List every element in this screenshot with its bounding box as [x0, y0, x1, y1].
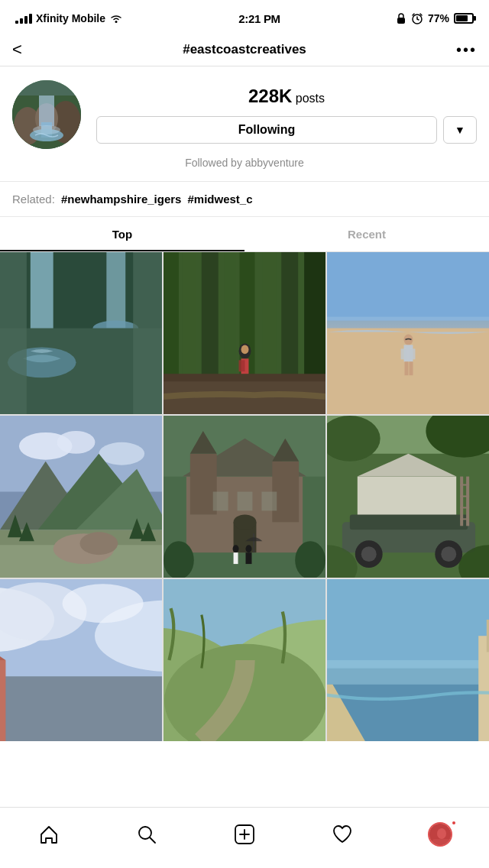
status-right: 77%: [396, 12, 474, 24]
more-button[interactable]: •••: [446, 41, 477, 59]
lock-icon: [396, 12, 406, 24]
heart-icon: [331, 823, 354, 846]
svg-rect-129: [432, 839, 451, 847]
svg-rect-8: [39, 96, 54, 126]
svg-point-39: [404, 334, 413, 345]
nav-heart[interactable]: [319, 815, 365, 853]
svg-point-74: [164, 541, 194, 578]
nav-profile[interactable]: [417, 815, 463, 853]
profile-nav-svg: [429, 824, 452, 847]
svg-rect-1: [397, 18, 405, 24]
search-nav-icon: [135, 823, 158, 846]
svg-rect-95: [460, 484, 469, 486]
photo-cell-5[interactable]: [164, 416, 325, 578]
photo-cell-1[interactable]: [0, 252, 162, 414]
photo-cell-7[interactable]: [0, 579, 162, 741]
main-content: 228K posts Following ▼ Followed by abbyv…: [0, 66, 489, 802]
photo-5-svg: [164, 416, 325, 578]
related-row: Related: #newhampshire_igers #midwest_c: [12, 193, 477, 206]
nav-home[interactable]: [26, 815, 72, 853]
svg-rect-41: [401, 348, 406, 359]
svg-rect-106: [0, 660, 5, 741]
svg-rect-20: [133, 252, 162, 414]
photo-grid: [0, 252, 489, 741]
tab-top[interactable]: Top: [0, 217, 244, 251]
bottom-nav: [0, 807, 489, 868]
svg-point-35: [241, 345, 249, 354]
profile-section: 228K posts Following ▼ Followed by abbyv…: [0, 66, 489, 181]
page-title: #eastcoastcreatives: [43, 42, 446, 57]
photo-cell-3[interactable]: [327, 252, 489, 414]
tab-recent-label: Recent: [348, 228, 386, 241]
related-section: Related: #newhampshire_igers #midwest_c: [0, 181, 489, 217]
svg-rect-42: [410, 348, 415, 359]
signal-icon: [15, 13, 32, 24]
svg-rect-34: [239, 360, 245, 371]
nav-search[interactable]: [124, 815, 170, 853]
related-tag-1[interactable]: #midwest_c: [187, 193, 252, 206]
following-button[interactable]: Following: [96, 116, 437, 144]
carrier-label: Xfinity Mobile: [36, 12, 105, 24]
svg-rect-19: [0, 252, 27, 414]
nav-add[interactable]: [222, 815, 267, 853]
tabs: Top Recent: [0, 217, 489, 252]
related-tag-0[interactable]: #newhampshire_igers: [61, 193, 182, 206]
posts-count: 228K posts: [96, 86, 477, 107]
related-label: Related:: [12, 193, 55, 206]
svg-point-128: [437, 828, 446, 839]
status-bar: Xfinity Mobile 2:21 PM 77%: [0, 0, 489, 34]
photo-cell-6[interactable]: [327, 416, 489, 578]
photo-1-svg: [0, 252, 162, 414]
avatar-waterfall-svg: [12, 80, 81, 149]
svg-point-90: [361, 546, 377, 562]
svg-rect-69: [213, 492, 228, 511]
photo-4-svg: [0, 416, 162, 578]
svg-rect-102: [0, 676, 162, 741]
dropdown-button[interactable]: ▼: [443, 116, 477, 144]
svg-rect-80: [253, 533, 254, 552]
photo-cell-9[interactable]: [327, 579, 489, 741]
svg-point-60: [80, 532, 118, 555]
posts-number: 228K: [248, 86, 292, 106]
svg-rect-96: [460, 496, 469, 497]
photo-8-svg: [164, 579, 325, 741]
photo-cell-2[interactable]: [164, 252, 325, 414]
battery-icon: [454, 13, 474, 24]
profile-info: 228K posts Following ▼: [96, 86, 477, 144]
add-icon: [233, 823, 256, 846]
header: < #eastcoastcreatives •••: [0, 34, 489, 66]
svg-rect-97: [460, 507, 469, 508]
alarm-icon: [411, 12, 423, 24]
photo-3-svg: [327, 252, 489, 414]
profile-nav-avatar: [428, 822, 452, 847]
back-button[interactable]: <: [12, 40, 43, 60]
status-left: Xfinity Mobile: [15, 12, 123, 24]
svg-point-49: [99, 442, 144, 465]
svg-point-48: [57, 431, 96, 454]
followed-by-text: Followed by abbyventure: [12, 157, 477, 169]
svg-rect-116: [327, 660, 489, 685]
svg-point-76: [233, 545, 239, 552]
svg-rect-88: [350, 514, 468, 530]
notification-badge: [451, 820, 457, 826]
battery-percent: 77%: [428, 12, 449, 24]
svg-rect-98: [460, 518, 469, 520]
tab-recent[interactable]: Recent: [244, 217, 489, 251]
svg-point-0: [115, 21, 118, 23]
posts-label: posts: [292, 92, 325, 105]
svg-point-75: [295, 541, 325, 578]
svg-rect-36: [327, 252, 489, 321]
home-icon: [37, 823, 60, 846]
svg-rect-70: [238, 492, 253, 511]
follow-row: Following ▼: [96, 116, 477, 144]
svg-rect-43: [405, 361, 409, 375]
photo-6-svg: [327, 416, 489, 578]
svg-point-108: [63, 584, 144, 623]
svg-point-73: [234, 514, 257, 530]
svg-point-11: [33, 125, 60, 134]
tab-top-label: Top: [112, 228, 132, 241]
photo-cell-4[interactable]: [0, 416, 162, 578]
photo-cell-8[interactable]: [164, 579, 325, 741]
profile-nav-image: [429, 824, 451, 845]
photo-9-svg: [327, 579, 489, 741]
